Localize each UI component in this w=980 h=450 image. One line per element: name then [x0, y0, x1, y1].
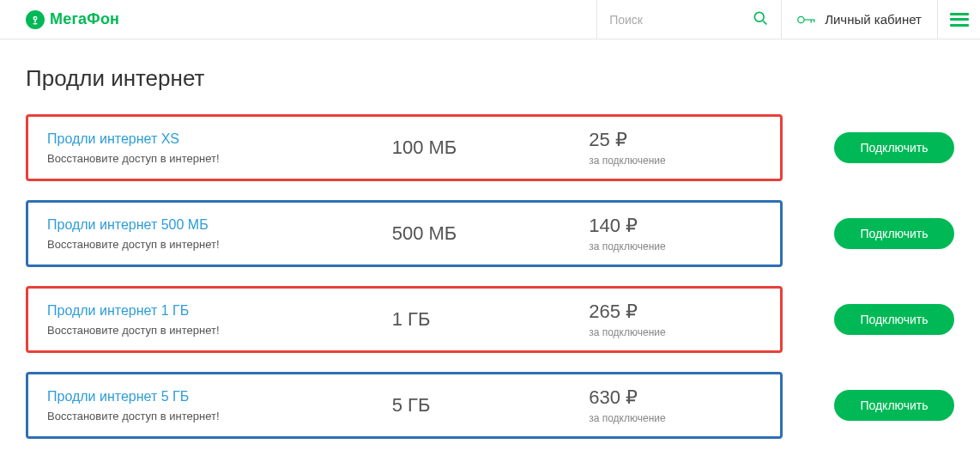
brand-name: МегаФон — [50, 10, 119, 28]
tariff-price-sub: за подключение — [589, 412, 761, 424]
search-input[interactable] — [609, 13, 769, 27]
tariff-name-link[interactable]: Продли интернет XS — [47, 131, 392, 147]
tariff-price: 25 ₽ — [589, 129, 761, 151]
svg-point-0 — [33, 16, 37, 20]
connect-button[interactable]: Подключить — [834, 132, 954, 163]
tariff-price: 630 ₽ — [589, 386, 761, 409]
svg-line-2 — [763, 21, 766, 24]
tariff-price: 265 ₽ — [589, 301, 761, 323]
key-icon — [797, 14, 816, 26]
hamburger-icon — [950, 13, 969, 27]
search-box[interactable] — [596, 0, 781, 40]
tariff-row: Продли интернет 500 МБ Восстановите дост… — [26, 200, 954, 267]
tariff-card: Продли интернет 1 ГБ Восстановите доступ… — [26, 286, 783, 353]
connect-button[interactable]: Подключить — [834, 390, 954, 421]
tariff-name-link[interactable]: Продли интернет 1 ГБ — [47, 303, 392, 319]
connect-button[interactable]: Подключить — [834, 218, 954, 249]
tariff-subtitle: Восстановите доступ в интернет! — [47, 238, 392, 251]
personal-cabinet-link[interactable]: Личный кабинет — [781, 0, 937, 40]
tariff-subtitle: Восстановите доступ в интернет! — [47, 324, 392, 337]
tariff-price-sub: за подключение — [589, 326, 761, 338]
tariff-card: Продли интернет 500 МБ Восстановите дост… — [26, 200, 783, 267]
tariff-row: Продли интернет XS Восстановите доступ в… — [26, 114, 954, 181]
svg-point-3 — [798, 16, 804, 22]
tariff-card: Продли интернет XS Восстановите доступ в… — [26, 114, 783, 181]
content-area: Продли интернет Продли интернет XS Восст… — [0, 40, 980, 439]
tariff-price-sub: за подключение — [589, 155, 761, 167]
tariff-volume: 100 МБ — [392, 137, 590, 159]
connect-button[interactable]: Подключить — [834, 304, 954, 335]
menu-button[interactable] — [937, 0, 980, 40]
tariff-row: Продли интернет 1 ГБ Восстановите доступ… — [26, 286, 954, 353]
personal-cabinet-label: Личный кабинет — [825, 12, 922, 27]
svg-point-1 — [754, 12, 764, 21]
tariff-price-sub: за подключение — [589, 240, 761, 252]
page-title: Продли интернет — [26, 65, 954, 92]
tariff-volume: 5 ГБ — [392, 394, 590, 417]
header: МегаФон Личный кабинет — [0, 0, 980, 40]
tariff-name-link[interactable]: Продли интернет 5 ГБ — [47, 389, 392, 404]
search-icon[interactable] — [752, 9, 769, 30]
tariff-subtitle: Восстановите доступ в интернет! — [47, 410, 392, 423]
tariff-subtitle: Восстановите доступ в интернет! — [47, 152, 392, 165]
tariff-price: 140 ₽ — [589, 215, 761, 237]
tariff-volume: 1 ГБ — [392, 308, 590, 331]
tariff-volume: 500 МБ — [392, 222, 590, 245]
tariff-name-link[interactable]: Продли интернет 500 МБ — [47, 217, 392, 233]
tariff-card: Продли интернет 5 ГБ Восстановите доступ… — [26, 372, 783, 439]
tariff-row: Продли интернет 5 ГБ Восстановите доступ… — [26, 372, 954, 439]
brand-logo[interactable]: МегаФон — [26, 10, 119, 29]
brand-logo-icon — [26, 10, 45, 29]
